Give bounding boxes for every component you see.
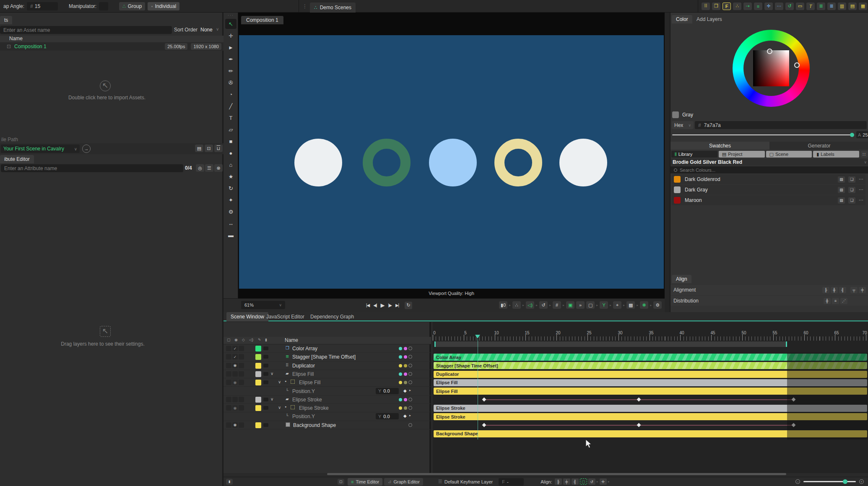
layer-name[interactable]: Color Array: [292, 346, 317, 352]
align-top-icon[interactable]: ╤: [850, 287, 858, 293]
colour-search-box[interactable]: [670, 166, 868, 173]
swatch-row-dark-goldenrod[interactable]: Dark Goldenrod ▨❏⋯: [672, 174, 865, 184]
next-frame-button[interactable]: |▶: [387, 302, 393, 308]
hex-mode-select[interactable]: Hex ∨: [672, 121, 694, 129]
star-tool[interactable]: ★: [225, 171, 236, 181]
sort-order-value[interactable]: None: [200, 27, 213, 33]
tag-icon[interactable]: [263, 355, 268, 359]
tag-icon[interactable]: [263, 372, 268, 376]
grid-dots-icon[interactable]: ⠿: [702, 3, 710, 10]
apply-swatch-icon[interactable]: ▨: [838, 197, 845, 204]
transform-tool[interactable]: ▱: [225, 124, 236, 134]
apply-swatch-icon[interactable]: ▨: [838, 176, 845, 183]
layer-name[interactable]: Duplicator: [292, 363, 315, 369]
alpha-slider-knob[interactable]: [850, 133, 854, 137]
ellipse-stroke-shape-2[interactable]: [494, 139, 542, 186]
pen-icon[interactable]: ✎: [258, 338, 261, 342]
zoom-out-icon[interactable]: −: [795, 479, 800, 484]
sparkle-tool[interactable]: ✦: [225, 195, 236, 205]
eye-icon[interactable]: ◉: [232, 380, 238, 385]
chevron-down-icon[interactable]: ∨: [270, 371, 273, 376]
layer-name[interactable]: Elipse Fill: [299, 380, 320, 385]
swatch-grid-view-icon[interactable]: ∷: [860, 151, 868, 158]
columns-icon[interactable]: ▥: [838, 3, 846, 10]
keyframe-diamond-icon[interactable]: ◆: [403, 414, 407, 418]
layer-row-elipse-fill-group[interactable]: ∨ ▰ Elipse Fill: [223, 370, 431, 378]
distribute-v-icon[interactable]: ≡: [832, 298, 839, 304]
zoom-slider-knob[interactable]: [843, 479, 847, 484]
rectangle-tool[interactable]: ■: [225, 136, 236, 146]
distribute-grid-icon[interactable]: ⋰: [840, 298, 847, 304]
layer-tag-chip[interactable]: [255, 405, 261, 411]
position-y-field[interactable]: Y0.0: [376, 388, 399, 394]
current-color-chip[interactable]: [672, 111, 679, 118]
check-icon[interactable]: ✓: [232, 354, 238, 359]
zoom-in-icon[interactable]: +: [859, 479, 864, 484]
layer-tag-chip[interactable]: [255, 354, 261, 360]
clear-icon[interactable]: ⊗: [214, 164, 223, 172]
solo-circle[interactable]: [408, 423, 412, 427]
graph-editor-button[interactable]: ⊿Graph Editor: [384, 478, 423, 486]
alpha-slider[interactable]: [672, 134, 853, 135]
solo-circle[interactable]: [408, 398, 412, 401]
asset-search-input[interactable]: [3, 27, 68, 33]
asset-search-box[interactable]: [0, 26, 172, 34]
keyframe-diamond-icon[interactable]: ◆: [403, 388, 407, 393]
attribute-search-input[interactable]: [4, 165, 69, 171]
align-center-icon[interactable]: ╫: [831, 287, 838, 293]
keyframe-diamond[interactable]: [482, 398, 486, 402]
stagger-a-icon[interactable]: ≣: [817, 3, 825, 10]
ellipse-fill-shape-2[interactable]: [429, 139, 477, 186]
align-left-icon[interactable]: ╟: [822, 287, 829, 293]
check-icon[interactable]: ✓: [232, 346, 238, 351]
tab-assets[interactable]: ts: [0, 16, 12, 24]
tab-composition-1[interactable]: Composition 1: [241, 16, 283, 24]
trail-dots-icon[interactable]: ⋯: [775, 3, 783, 10]
distribute-h-icon[interactable]: ╫: [824, 298, 831, 304]
expand-icon[interactable]: ▸: [409, 414, 411, 417]
folder-icon[interactable]: ▤: [195, 145, 203, 152]
layer-name[interactable]: Elipse Stroke: [292, 397, 322, 403]
filter-icon[interactable]: ☰: [205, 164, 213, 172]
swatch-menu-icon[interactable]: ⋯: [859, 187, 863, 193]
timeline-h-scrollbar[interactable]: [327, 473, 786, 475]
chevron-down-icon[interactable]: ∨: [216, 27, 219, 31]
layer-tag-chip[interactable]: [255, 371, 261, 377]
select-cursor-tool[interactable]: ↖: [225, 19, 236, 29]
ellipse-fill-shape-3[interactable]: [559, 139, 607, 186]
lock-icon[interactable]: ▢: [227, 338, 231, 342]
layer-row-stagger[interactable]: ✓ ≣ Stagger [Shape Time Offset]: [223, 353, 431, 361]
solo-circle[interactable]: [408, 355, 412, 359]
bounds-icon[interactable]: ▢: [586, 301, 595, 309]
tab-attribute-editor[interactable]: ibute Editor: [0, 155, 34, 163]
manipulator-box[interactable]: [99, 2, 108, 10]
expand-icon[interactable]: ▸: [409, 388, 411, 392]
layer-name[interactable]: Elipse Stroke: [299, 405, 329, 411]
lasso-icon[interactable]: ↺: [588, 478, 595, 485]
property-name[interactable]: Position.Y: [292, 388, 315, 394]
chevrons-icon[interactable]: »: [576, 301, 585, 309]
lasso-icon[interactable]: ↺: [539, 301, 548, 309]
sv-selector[interactable]: [767, 49, 772, 54]
tag-icon[interactable]: [263, 380, 268, 384]
tag-icon[interactable]: [263, 406, 268, 410]
layer-name[interactable]: Stagger [Shape Time Offset]: [292, 354, 356, 360]
settings-tool[interactable]: ⚙: [225, 207, 236, 217]
layer-tag-chip[interactable]: [255, 380, 261, 385]
text-tool[interactable]: T: [225, 113, 236, 123]
snowflake-icon[interactable]: ❋: [640, 301, 648, 309]
keyframe-add-icon[interactable]: ✛: [600, 478, 607, 485]
tag-icon[interactable]: [263, 346, 268, 350]
tab-demo-scenes[interactable]: ∴Demo Scenes: [310, 3, 356, 13]
timeline-tracks[interactable]: 0 5 10 15 20 25 30 35 40 45 50 55 60 65 …: [433, 322, 868, 473]
footer-frame-field[interactable]: F-: [499, 478, 524, 486]
attribute-search-box[interactable]: [1, 164, 183, 172]
solo-circle[interactable]: [408, 406, 412, 410]
stagger-b-icon[interactable]: ≣: [827, 3, 836, 10]
playhead-marker[interactable]: [475, 335, 480, 341]
swatch-color-chip[interactable]: [674, 186, 681, 193]
ellipse-tool[interactable]: ●: [225, 148, 236, 158]
tab-generator[interactable]: Generator: [769, 142, 868, 150]
direct-select-tool[interactable]: ►: [225, 42, 236, 52]
layer-name[interactable]: Elipse Fill: [292, 371, 314, 377]
